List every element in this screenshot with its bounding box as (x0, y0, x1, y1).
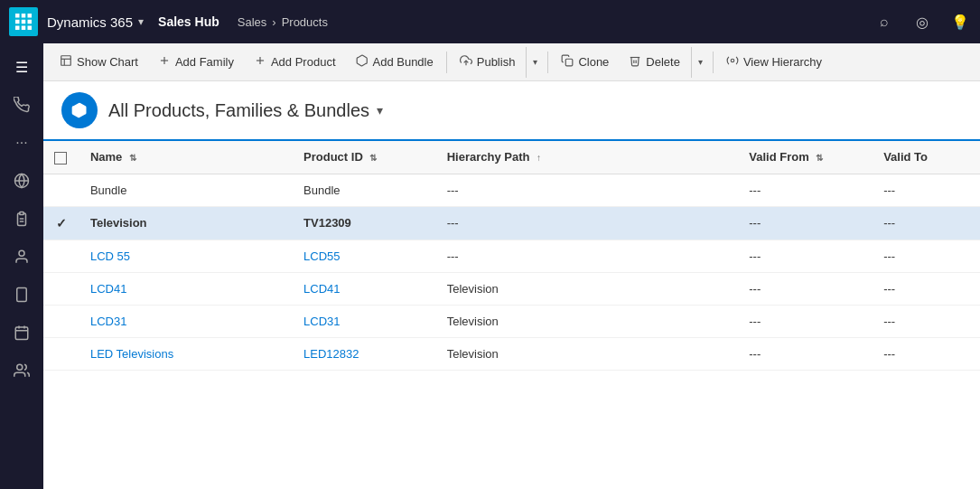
row-hierarchy-cell: --- (436, 206, 739, 240)
row-valid-to-cell: --- (873, 206, 980, 240)
help-icon[interactable]: 💡 (949, 11, 971, 33)
svg-rect-0 (15, 14, 20, 18)
row-name-link[interactable]: LCD31 (90, 315, 126, 328)
col-header-product-id[interactable]: Product ID ⇅ (293, 141, 436, 174)
table-row[interactable]: LCD 55LCD55--------- (43, 240, 980, 272)
row-name-cell: Bundle (79, 174, 293, 206)
row-valid-from-cell: --- (738, 272, 873, 305)
svg-rect-1 (22, 14, 26, 18)
svg-point-21 (17, 364, 23, 370)
top-nav: Dynamics 365 ▾ Sales Hub Sales › Product… (0, 0, 980, 43)
row-check-cell (43, 305, 79, 337)
main-content: Show Chart Add Family Add Product Add Bu… (43, 43, 980, 489)
table-row[interactable]: LCD31LCD31Television------ (43, 305, 980, 337)
svg-rect-3 (15, 20, 20, 24)
page-title-chevron-icon[interactable]: ▾ (377, 103, 383, 118)
row-product-id-link[interactable]: LCD55 (303, 249, 340, 263)
row-name-cell[interactable]: LCD41 (79, 272, 293, 305)
nav-icons: ⌕ ◎ 💡 (873, 11, 971, 33)
row-valid-to-cell: --- (873, 240, 980, 272)
sidebar-item-person2[interactable] (5, 354, 38, 387)
row-check-cell (43, 272, 79, 305)
add-bundle-icon (356, 54, 369, 70)
row-product-id-text: TV12309 (303, 216, 351, 230)
row-check-cell (43, 337, 79, 370)
publish-icon (460, 54, 472, 70)
row-hierarchy-cell: --- (436, 240, 739, 272)
table-row[interactable]: BundleBundle--------- (43, 174, 980, 206)
sidebar-item-person[interactable] (5, 240, 38, 273)
row-product-id-cell: LCD41 (293, 272, 436, 305)
row-name-cell[interactable]: Television (79, 206, 293, 240)
svg-rect-17 (15, 327, 28, 340)
publish-dropdown-icon[interactable]: ▾ (526, 47, 544, 78)
row-name-link[interactable]: LCD41 (90, 282, 126, 296)
row-product-id-link[interactable]: LCD41 (303, 282, 340, 296)
app-grid-button[interactable] (9, 7, 38, 36)
col-header-valid-from[interactable]: Valid From ⇅ (738, 141, 873, 174)
row-check-cell: ✓ (43, 206, 79, 240)
row-check-cell (43, 240, 79, 272)
table-header-row: Name ⇅ Product ID ⇅ Hierarchy Path ↑ V (43, 141, 980, 174)
search-icon[interactable]: ⌕ (873, 11, 895, 33)
toolbar: Show Chart Add Family Add Product Add Bu… (43, 43, 980, 81)
add-bundle-button[interactable]: Add Bundle (347, 47, 443, 78)
sidebar-item-phone[interactable] (5, 89, 38, 121)
table-row[interactable]: LED TelevisionsLED12832Television------ (43, 337, 980, 370)
row-valid-from-cell: --- (738, 174, 873, 206)
row-name-text: Television (90, 216, 147, 230)
row-product-id-cell: LCD55 (293, 240, 436, 272)
row-valid-from-cell: --- (738, 206, 873, 240)
sidebar-item-phone2[interactable] (5, 278, 38, 311)
delete-dropdown-icon[interactable]: ▾ (691, 47, 709, 78)
sidebar-item-menu[interactable]: ☰ (5, 51, 38, 83)
svg-rect-5 (28, 20, 33, 24)
row-hierarchy-cell: Television (436, 272, 739, 305)
goals-icon[interactable]: ◎ (911, 11, 933, 33)
clone-button[interactable]: Clone (552, 47, 618, 78)
row-product-id-cell: LCD31 (293, 305, 436, 337)
row-product-id-link[interactable]: LCD31 (303, 315, 340, 328)
row-name-link[interactable]: LED Televisions (90, 347, 173, 361)
row-name-cell[interactable]: LCD31 (79, 305, 293, 337)
col-header-check[interactable] (43, 141, 79, 174)
sidebar-item-more[interactable]: ··· (5, 127, 38, 159)
add-family-button[interactable]: Add Family (149, 47, 243, 78)
toolbar-divider-3 (713, 52, 714, 73)
name-sort-icon[interactable]: ⇅ (129, 153, 136, 163)
hierarchy-sort-icon[interactable]: ↑ (537, 153, 541, 163)
table-body: BundleBundle---------✓TelevisionTV12309-… (43, 174, 980, 370)
delete-button[interactable]: Delete (620, 47, 689, 78)
delete-icon (629, 54, 641, 70)
add-family-icon (158, 54, 171, 70)
table-row[interactable]: ✓TelevisionTV12309--------- (43, 206, 980, 240)
publish-button[interactable]: Publish (451, 47, 525, 78)
col-header-hierarchy-path[interactable]: Hierarchy Path ↑ (436, 141, 739, 174)
row-check-cell (43, 174, 79, 206)
row-valid-to-cell: --- (873, 337, 980, 370)
row-valid-from-cell: --- (738, 305, 873, 337)
sidebar: ☰ ··· (0, 43, 43, 489)
sidebar-item-calendar[interactable] (5, 316, 38, 349)
toolbar-divider-2 (547, 52, 548, 73)
valid-from-sort-icon[interactable]: ⇅ (816, 153, 823, 163)
row-name-link[interactable]: LCD 55 (90, 249, 130, 263)
table-row[interactable]: LCD41LCD41Television------ (43, 272, 980, 305)
header-checkbox[interactable] (54, 152, 67, 165)
svg-rect-6 (15, 26, 20, 31)
sidebar-item-flag[interactable] (5, 165, 38, 197)
show-chart-button[interactable]: Show Chart (51, 47, 147, 78)
col-header-valid-to[interactable]: Valid To (873, 141, 980, 174)
col-header-name[interactable]: Name ⇅ (79, 141, 293, 174)
toolbar-divider-1 (446, 52, 447, 73)
breadcrumb-parent[interactable]: Sales (238, 15, 267, 29)
table-container: Name ⇅ Product ID ⇅ Hierarchy Path ↑ V (43, 139, 980, 489)
row-product-id-link[interactable]: LED12832 (303, 347, 359, 361)
view-hierarchy-button[interactable]: View Hierarchy (717, 47, 831, 78)
sidebar-item-clipboard[interactable] (5, 202, 38, 235)
module-name: Sales Hub (158, 14, 219, 29)
product-id-sort-icon[interactable]: ⇅ (369, 153, 377, 163)
add-product-button[interactable]: Add Product (245, 47, 345, 78)
row-name-cell[interactable]: LED Televisions (79, 337, 293, 370)
row-name-cell[interactable]: LCD 55 (79, 240, 293, 272)
